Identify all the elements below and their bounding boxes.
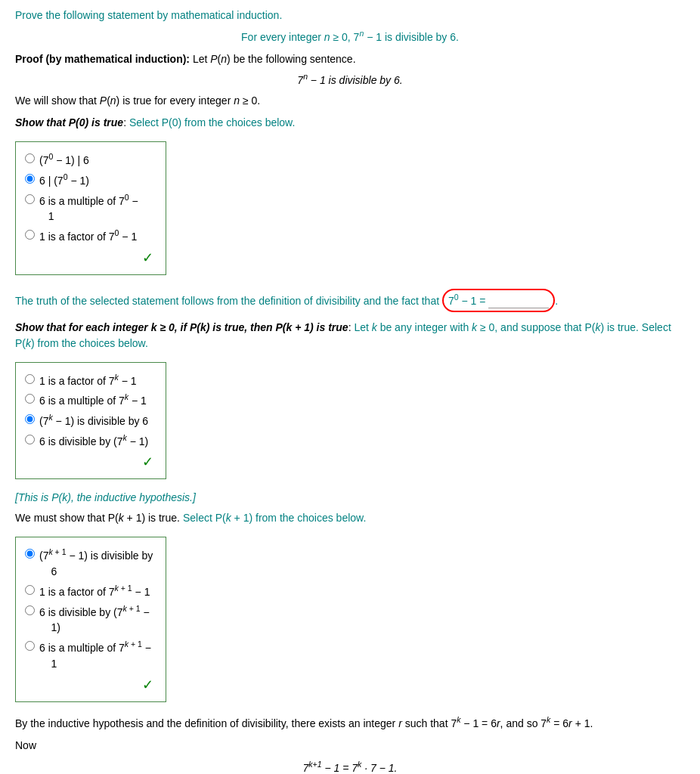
pk1-label-4: 6 is a multiple of 7k + 1 − 1 [39,639,151,672]
pk-label-3: (7k − 1) is divisible by 6 [39,412,148,429]
p0-choice-1[interactable]: (70 − 1) | 6 [25,151,156,169]
p0-label-4: 1 is a factor of 70 − 1 [39,228,137,245]
pk-choice-2[interactable]: 6 is a multiple of 7k − 1 [25,392,156,409]
pk1-checkmark: ✓ [25,675,156,695]
must-show: We must show that P(k + 1) is true. Sele… [15,510,685,526]
p0-choice-2[interactable]: 6 | (70 − 1) [25,172,156,189]
equation-line: 7k+1 − 1 = 7k · 7 − 1. [15,760,685,775]
p0-choice-4[interactable]: 1 is a factor of 70 − 1 [25,228,156,245]
p0-label-3: 6 is a multiple of 70 − 1 [39,192,138,225]
main-content: Prove the following statement by mathema… [15,8,685,774]
will-show: We will show that P(n) is true for every… [15,93,685,109]
for-every-line: For every integer n ≥ 0, 7n − 1 is divis… [15,28,685,45]
pk-label-4: 6 is divisible by (7k − 1) [39,432,148,450]
pk-choice-1[interactable]: 1 is a factor of 7k − 1 [25,372,156,389]
pk1-choice-1[interactable]: (7k + 1 − 1) is divisible by 6 [25,546,156,580]
truth-input[interactable] [488,295,549,308]
proof-intro: Proof (by mathematical induction): Let P… [15,51,685,67]
pk-label-2: 6 is a multiple of 7k − 1 [39,392,147,409]
show-p0-header: Show that P(0) is true: Select P(0) from… [15,115,685,131]
pk-choice-3[interactable]: (7k − 1) is divisible by 6 [25,412,156,429]
p0-label-2: 6 | (70 − 1) [39,172,89,189]
truth-oval: 70 − 1 = [442,289,555,312]
prove-statement: Prove the following statement by mathema… [15,8,685,23]
now-label: Now [15,738,685,754]
show-pk-header: Show that for each integer k ≥ 0, if P(k… [15,320,685,351]
pk-label-1: 1 is a factor of 7k − 1 [39,372,137,389]
pk1-label-2: 1 is a factor of 7k + 1 − 1 [39,583,150,600]
pk-checkmark: ✓ [25,452,156,472]
pk-choice-box: 1 is a factor of 7k − 1 6 is a multiple … [15,362,166,480]
pk1-choice-2[interactable]: 1 is a factor of 7k + 1 − 1 [25,583,156,600]
pk1-label-1: (7k + 1 − 1) is divisible by 6 [39,546,153,580]
pk1-choice-4[interactable]: 6 is a multiple of 7k + 1 − 1 [25,639,156,672]
truth-line: The truth of the selected statement foll… [15,289,685,312]
pk1-label-3: 6 is divisible by (7k + 1 − 1) [39,603,150,636]
inductive-body-line1: By the inductive hypothesis and the defi… [15,714,685,732]
p0-label-1: (70 − 1) | 6 [39,151,89,169]
p0-choice-box: (70 − 1) | 6 6 | (70 − 1) 6 is a multipl… [15,141,166,275]
p0-checkmark: ✓ [25,248,156,268]
pk1-choice-3[interactable]: 6 is divisible by (7k + 1 − 1) [25,603,156,636]
pk1-choice-box: (7k + 1 − 1) is divisible by 6 1 is a fa… [15,537,166,702]
pk-choice-4[interactable]: 6 is divisible by (7k − 1) [25,432,156,450]
pn-sentence: 7n − 1 is divisible by 6. [15,72,685,89]
p0-choice-3[interactable]: 6 is a multiple of 70 − 1 [25,192,156,225]
inductive-hypothesis-label: [This is P(k), the inductive hypothesis.… [15,490,685,506]
